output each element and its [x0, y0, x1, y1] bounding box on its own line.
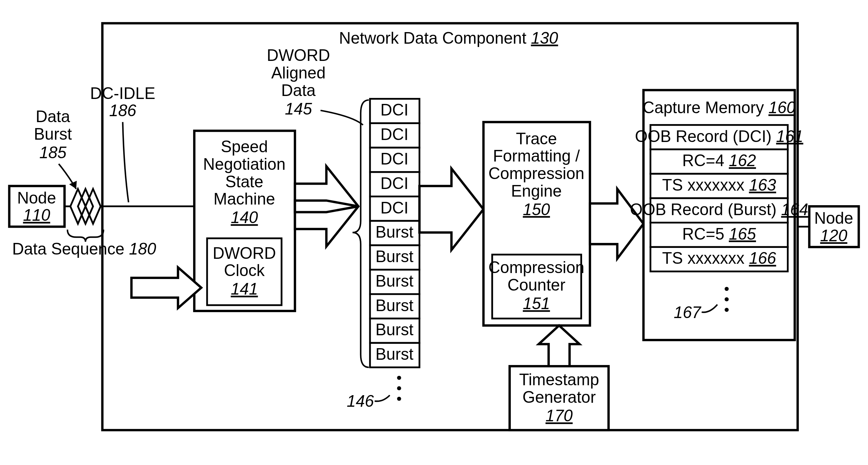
engine-l2: Formatting / — [493, 146, 580, 165]
svg-point-15 — [397, 376, 401, 379]
dword-clock-ref: 141 — [230, 280, 258, 298]
svg-point-16 — [397, 386, 401, 390]
tsgen-l2: Generator — [523, 388, 596, 406]
counter-ref: 151 — [523, 294, 550, 312]
svg-point-26 — [724, 308, 728, 312]
svg-point-24 — [724, 287, 728, 291]
capture-rows: OOB Record (DCI) 161 RC=4 162 TS xxxxxxx… — [630, 125, 808, 272]
data-burst-arrowhead — [69, 181, 77, 189]
svg-point-25 — [724, 297, 728, 301]
capture-r5: TS xxxxxxx 166 — [662, 249, 776, 267]
aligned-row-2: DCI — [380, 150, 408, 168]
dword-clock-l1: DWORD — [213, 244, 276, 262]
engine-l4: Engine — [511, 182, 562, 200]
counter-l2: Counter — [507, 276, 565, 294]
aligned-row-10: Burst — [375, 345, 413, 363]
tsgen-ref: 170 — [546, 406, 573, 425]
engine-l1: Trace — [516, 129, 557, 147]
capture-r0: OOB Record (DCI) 161 — [635, 127, 803, 145]
data-burst-ref: 185 — [39, 143, 67, 162]
aligned-l2: Aligned — [271, 64, 326, 82]
aligned-row-9: Burst — [375, 320, 413, 339]
aligned-ref: 145 — [285, 100, 312, 118]
title-text: Network Data Component 130 — [339, 29, 558, 47]
snsm-l3: State — [225, 172, 264, 191]
aligned-row-5: Burst — [375, 223, 413, 241]
aligned-row-8: Burst — [375, 296, 413, 314]
aligned-l3: Data — [281, 81, 316, 99]
data-sequence-label: Data Sequence 180 — [12, 240, 156, 258]
aligned-row-6: Burst — [375, 247, 413, 265]
node-left-label: Node — [17, 189, 56, 207]
capture-ell-ref: 167 — [674, 303, 702, 321]
aligned-l1: DWORD — [267, 46, 330, 64]
snsm-ref: 140 — [230, 208, 258, 226]
aligned-data-column: DCI DCI DCI DCI DCI Burst Burst Burst Bu… — [370, 99, 420, 367]
aligned-row-3: DCI — [380, 174, 408, 192]
capture-r2: TS xxxxxxx 163 — [662, 176, 776, 194]
aligned-row-1: DCI — [380, 125, 408, 143]
capture-title: Capture Memory 160 — [643, 98, 796, 117]
snsm-l2: Negotiation — [203, 155, 286, 173]
aligned-row-7: Burst — [375, 272, 413, 290]
node-right-label: Node — [814, 209, 854, 227]
snsm-l4: Machine — [214, 190, 275, 208]
dword-clock-l2: Clock — [224, 261, 265, 279]
data-burst-l2: Burst — [34, 125, 72, 143]
counter-l1: Compression — [488, 258, 584, 276]
capture-r1: RC=4 162 — [682, 151, 756, 169]
node-left-ref: 110 — [23, 206, 50, 224]
capture-r3: OOB Record (Burst) 164 — [630, 200, 808, 219]
capture-r4: RC=5 165 — [682, 225, 756, 243]
snsm-l1: Speed — [221, 137, 268, 156]
tsgen-l1: Timestamp — [519, 370, 599, 389]
svg-point-17 — [397, 397, 401, 401]
aligned-row-0: DCI — [380, 101, 408, 119]
aligned-ell-ref: 146 — [347, 392, 374, 410]
data-burst-l1: Data — [36, 107, 70, 126]
aligned-row-4: DCI — [380, 199, 408, 217]
node-right-ref: 120 — [820, 226, 847, 244]
dc-idle-ref: 186 — [109, 101, 136, 120]
engine-ref: 150 — [523, 200, 550, 219]
engine-l3: Compression — [488, 164, 584, 182]
dc-idle-label: DC-IDLE — [90, 84, 155, 102]
